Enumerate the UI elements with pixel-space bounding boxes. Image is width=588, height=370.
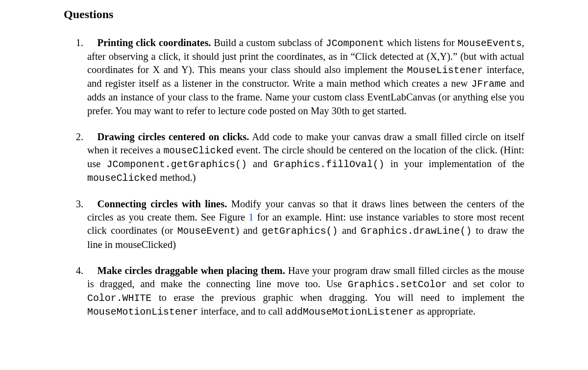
code-span: mouseClicked <box>163 145 233 156</box>
code-span: Graphics.setColor <box>348 279 447 290</box>
code-span: MouseEvent <box>177 225 236 237</box>
body-text: interface, and to call <box>198 306 286 317</box>
code-span: Graphics.drawLine() <box>361 225 472 237</box>
code-span: getGraphics() <box>262 225 338 237</box>
question-item: Make circles draggable when placing them… <box>87 264 524 319</box>
code-span: JFrame <box>471 78 507 90</box>
question-item: Printing click coordinates. Build a cust… <box>87 36 524 118</box>
section-heading: Questions <box>64 7 524 23</box>
body-text: Build a custom subclass of <box>211 37 326 48</box>
code-span: addMouseMotionListener <box>285 306 414 318</box>
body-text: to erase the previous graphic when dragg… <box>151 292 524 303</box>
body-text: which listens for <box>384 37 458 48</box>
first-line-indent <box>87 37 98 48</box>
code-span: MouseListener <box>407 65 483 76</box>
question-item: Connecting circles with lines. Modify yo… <box>87 197 524 251</box>
first-line-indent <box>87 265 98 276</box>
code-span: Color.WHITE <box>87 293 151 304</box>
body-text: method.) <box>157 172 196 183</box>
question-title: Make circles draggable when placing them… <box>98 265 285 276</box>
code-span: MouseEvents <box>458 38 522 49</box>
code-span: MouseMotionListener <box>87 306 198 318</box>
figure-reference: 1 <box>248 212 253 222</box>
code-span: JComponent <box>326 38 384 49</box>
body-text: ) and <box>236 225 262 236</box>
body-text: and <box>247 158 273 169</box>
question-title: Drawing circles centered on clicks. <box>98 131 249 142</box>
first-line-indent <box>87 198 98 209</box>
question-title: Connecting circles with lines. <box>98 198 227 209</box>
first-line-indent <box>87 131 98 142</box>
body-text: in your implementation of the <box>385 158 524 169</box>
questions-list: Printing click coordinates. Build a cust… <box>64 36 524 319</box>
body-text: and <box>338 225 361 236</box>
body-text: and set color to <box>447 278 524 289</box>
code-span: mouseClicked <box>87 173 157 184</box>
body-text: as appropriate. <box>414 306 476 317</box>
code-span: Graphics.fillOval() <box>273 159 385 170</box>
question-title: Printing click coordinates. <box>98 37 211 48</box>
document-page: Questions Printing click coordinates. Bu… <box>0 0 588 319</box>
code-span: JComponent.getGraphics() <box>107 159 247 170</box>
question-item: Drawing circles centered on clicks. Add … <box>87 130 524 185</box>
